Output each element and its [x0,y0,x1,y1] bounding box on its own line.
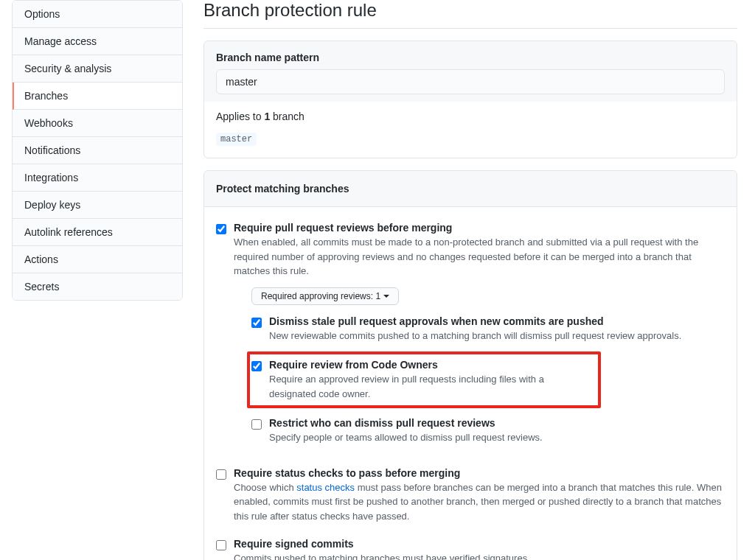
sidebar-item-manage-access[interactable]: Manage access [13,28,182,55]
highlight-annotation: Require review from Code Owners Require … [247,351,601,408]
applies-to-text: Applies to 1 branch [204,102,737,122]
rule-title: Require status checks to pass before mer… [234,467,725,479]
main-content: Branch protection rule Branch name patte… [203,0,743,560]
rule-title: Dismiss stale pull request approvals whe… [269,315,725,327]
rule-restrict-dismiss: Restrict who can dismiss pull request re… [251,410,725,452]
rule-desc: Commits pushed to matching branches must… [234,551,725,560]
branch-pattern-panel: Branch name pattern Applies to 1 branch … [203,41,737,158]
sidebar-item-deploy-keys[interactable]: Deploy keys [13,192,182,219]
rule-title: Require signed commits [234,538,725,550]
rule-desc: Require an approved review in pull reque… [269,372,594,401]
chevron-down-icon [383,295,389,298]
checkbox-dismiss-stale[interactable] [251,318,262,328]
rule-desc: Specify people or teams allowed to dismi… [269,430,725,445]
rule-desc: When enabled, all commits must be made t… [234,235,725,279]
sidebar-item-secrets[interactable]: Secrets [13,273,182,300]
sidebar-item-options[interactable]: Options [13,1,182,28]
protect-matching-panel: Protect matching branches Require pull r… [203,170,737,560]
rule-status-checks: Require status checks to pass before mer… [216,460,725,531]
checkbox-code-owners[interactable] [251,361,262,371]
branch-chip: master [216,133,257,146]
checkbox-status-checks[interactable] [216,469,226,480]
rule-dismiss-stale: Dismiss stale pull request approvals whe… [251,308,725,351]
rule-require-pr-reviews: Require pull request reviews before merg… [216,214,725,460]
sidebar-item-webhooks[interactable]: Webhooks [13,110,182,137]
sidebar-item-notifications[interactable]: Notifications [13,137,182,164]
rule-desc: New reviewable commits pushed to a match… [269,329,725,343]
settings-sidebar: Options Manage access Security & analysi… [12,0,183,301]
required-approving-reviews-select[interactable]: Required approving reviews: 1 [251,287,399,305]
rule-signed-commits: Require signed commits Commits pushed to… [216,531,725,560]
sidebar-item-actions[interactable]: Actions [13,246,182,273]
rule-title: Require pull request reviews before merg… [234,222,725,234]
sidebar-item-autolink-references[interactable]: Autolink references [13,219,182,246]
rule-title: Restrict who can dismiss pull request re… [269,417,725,429]
branch-pattern-label: Branch name pattern [216,52,725,63]
protect-heading: Protect matching branches [204,171,737,207]
rule-code-owners: Require review from Code Owners Require … [251,357,594,402]
branch-pattern-input[interactable] [216,69,725,94]
sidebar-item-integrations[interactable]: Integrations [13,164,182,192]
page-title: Branch protection rule [203,0,737,29]
sidebar-item-security-analysis[interactable]: Security & analysis [13,55,182,83]
sidebar-item-branches[interactable]: Branches [13,83,182,110]
rule-desc: Choose which status checks must pass bef… [234,480,725,524]
rule-title: Require review from Code Owners [269,359,594,371]
checkbox-require-pr-reviews[interactable] [216,224,226,234]
checkbox-signed-commits[interactable] [216,540,226,550]
status-checks-link[interactable]: status checks [296,482,355,493]
checkbox-restrict-dismiss[interactable] [251,419,262,430]
